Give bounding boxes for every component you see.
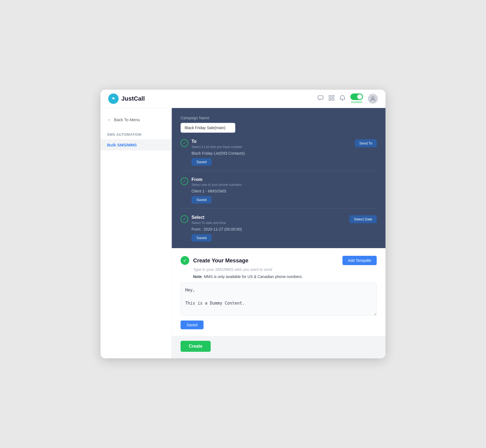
step-from-divider xyxy=(181,208,377,209)
create-area: Create xyxy=(172,336,385,358)
user-avatar[interactable] xyxy=(368,94,378,104)
step-from-saved-button[interactable]: Saved xyxy=(191,196,211,203)
step-from-subtitle: Select one of your phone numbers xyxy=(191,183,242,187)
available-label: Available xyxy=(351,101,362,104)
svg-rect-1 xyxy=(318,96,323,99)
sidebar-section-label: SMS AUTOMATION xyxy=(101,130,171,139)
step-select: ✓ Select Select To date and time Select … xyxy=(181,215,377,242)
step-to-divider xyxy=(181,171,377,171)
step-to-value: Black Friday List(593 Contacts) xyxy=(191,151,377,155)
toggle-switch[interactable] xyxy=(350,93,363,100)
main-layout: ← Back To Menu SMS AUTOMATION Bulk SMS/M… xyxy=(101,108,385,358)
grid-icon[interactable] xyxy=(328,95,335,102)
svg-rect-4 xyxy=(329,98,331,100)
select-date-button[interactable]: Select Date xyxy=(350,215,377,223)
note-text: : MMS is only available for US & Canadia… xyxy=(202,274,303,279)
app-window: JustCall Available xyxy=(101,90,385,358)
add-template-button[interactable]: Add Tempalte xyxy=(342,256,377,265)
toggle-knob xyxy=(357,94,362,99)
step-to-title: To xyxy=(191,139,242,144)
logo-icon xyxy=(108,93,119,104)
step-select-title-area: ✓ Select Select To date and time xyxy=(181,215,226,225)
step-select-subtitle: Select To date and time xyxy=(191,221,226,225)
message-title-area: ✓ Create Your Message xyxy=(181,256,248,265)
step-select-title: Select xyxy=(191,215,226,220)
create-button[interactable]: Create xyxy=(181,341,211,352)
header-icons: Available xyxy=(318,93,378,104)
campaign-name-label: Campaign Name xyxy=(181,116,377,120)
step-to-header: ✓ To Select a List that you have created… xyxy=(181,139,377,149)
step-to-title-area: ✓ To Select a List that you have created xyxy=(181,139,242,149)
svg-point-7 xyxy=(372,97,374,99)
available-toggle[interactable]: Available xyxy=(350,93,363,104)
dark-panel: Campaign Name ✓ To Select a List that yo… xyxy=(172,108,385,248)
message-saved-button[interactable]: Saved xyxy=(181,321,204,329)
sidebar-item-bulk-sms[interactable]: Bulk SMS/MMS xyxy=(101,139,171,151)
message-note: Note: MMS is only available for US & Can… xyxy=(193,274,377,279)
content-area: Campaign Name ✓ To Select a List that yo… xyxy=(172,108,385,358)
step-select-check-icon: ✓ xyxy=(181,215,188,223)
back-to-menu-button[interactable]: ← Back To Menu xyxy=(101,115,171,125)
step-select-value: From : 2020-11-27 (00:00:00) xyxy=(191,227,377,231)
message-panel: ✓ Create Your Message Add Tempalte Type … xyxy=(172,248,385,336)
bell-icon[interactable] xyxy=(339,95,345,102)
send-to-button[interactable]: Send To xyxy=(355,139,377,147)
logo-text: JustCall xyxy=(121,95,145,102)
step-from-check-icon: ✓ xyxy=(181,177,188,185)
header: JustCall Available xyxy=(101,90,385,108)
step-to-check-icon: ✓ xyxy=(181,139,188,147)
svg-rect-2 xyxy=(329,95,331,97)
message-subtitle: Type in your SMS/MMS whic you want to se… xyxy=(193,267,377,272)
step-to-saved-button[interactable]: Saved xyxy=(191,158,211,166)
message-title: Create Your Message xyxy=(193,257,248,264)
step-from-title: From xyxy=(191,177,242,183)
sidebar-item-label: Bulk SMS/MMS xyxy=(107,143,137,147)
step-from-title-area: ✓ From Select one of your phone numbers xyxy=(181,177,242,187)
step-select-saved-button[interactable]: Saved xyxy=(191,234,211,242)
svg-rect-5 xyxy=(332,98,334,100)
step-select-header: ✓ Select Select To date and time Select … xyxy=(181,215,377,225)
step-from: ✓ From Select one of your phone numbers … xyxy=(181,177,377,209)
message-header: ✓ Create Your Message Add Tempalte xyxy=(181,256,377,265)
step-to-subtitle: Select a List that you have created xyxy=(191,145,242,149)
sidebar: ← Back To Menu SMS AUTOMATION Bulk SMS/M… xyxy=(101,108,172,358)
logo: JustCall xyxy=(108,93,145,104)
message-textarea[interactable]: Hey, This is a Dummy Content. xyxy=(181,283,377,316)
step-from-value: Client 1 - MMS/SMS xyxy=(191,189,377,193)
campaign-name-input[interactable] xyxy=(181,123,235,133)
step-from-header: ✓ From Select one of your phone numbers xyxy=(181,177,377,187)
message-check-icon: ✓ xyxy=(181,256,189,265)
back-arrow-icon: ← xyxy=(107,117,111,122)
step-to: ✓ To Select a List that you have created… xyxy=(181,139,377,171)
svg-rect-3 xyxy=(332,95,334,97)
chat-icon[interactable] xyxy=(318,95,324,102)
note-label: Note xyxy=(193,274,202,279)
back-to-menu-label: Back To Menu xyxy=(114,117,140,122)
